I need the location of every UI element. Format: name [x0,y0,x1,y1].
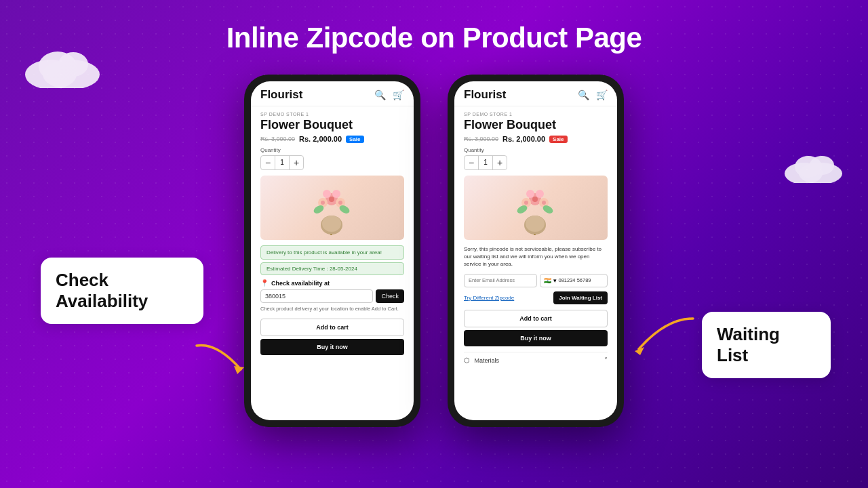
phone-1-qty-minus[interactable]: − [261,156,275,169]
check-availability-arrow [190,339,251,380]
svg-point-37 [542,201,546,205]
phone-1-store-label: SP DEMO STORE 1 [260,112,404,117]
chevron-down-icon: ˅ [604,357,608,364]
svg-point-19 [332,190,340,198]
svg-point-29 [526,216,545,232]
svg-point-35 [532,197,538,202]
phone-2-qty-minus[interactable]: − [465,156,478,169]
phone-2-join-waiting-button[interactable]: Join Waiting List [553,291,608,304]
phone-2-product-image [464,176,608,240]
phone-2-waiting-inputs: 🇮🇳 ▾ 081234 56789 [464,274,608,287]
svg-point-18 [323,190,331,198]
phone-2-qty-label: Quantity [464,147,608,153]
phone-2-price-original: Rs. 3,000.00 [464,136,498,142]
cart-icon-2[interactable]: 🛒 [596,89,608,100]
phone-1-zipcode-row: Check [260,289,404,303]
waiting-list-label: Waiting List [702,312,831,378]
materials-icon: ⬡ [464,357,470,364]
phone-1: Flourist 🔍 🛒 SP DEMO STORE 1 Flower Bouq… [244,75,420,427]
phone-2-header: Flourist 🔍 🛒 [454,81,617,106]
svg-point-21 [321,201,325,205]
phone-2-add-to-cart[interactable]: Add to cart [464,310,608,327]
phone-1-check-at-label: Check availability at [271,280,330,287]
flower-bouquet-image-2 [509,179,563,237]
phone-1-body: SP DEMO STORE 1 Flower Bouquet Rs. 3,000… [251,106,414,420]
phone-2-qty-control: − 1 + [464,155,507,170]
svg-point-3 [58,52,88,77]
phone-1-price-current: Rs. 2,000.00 [299,135,342,143]
phone-1-header: Flourist 🔍 🛒 [251,81,414,106]
search-icon[interactable]: 🔍 [374,89,386,100]
phone-2-store-name: Flourist [464,88,506,102]
svg-point-36 [524,201,528,205]
phone-2-store-label: SP DEMO STORE 1 [464,112,608,117]
phone-2-phone-number: 081234 56789 [559,277,591,283]
svg-marker-8 [234,366,244,374]
flag-icon-2: 🇮🇳 ▾ [544,277,557,284]
phone-1-qty-value: 1 [275,156,290,169]
cart-icon[interactable]: 🛒 [393,89,404,100]
phone-2-price-row: Rs. 3,000.00 Rs. 2,000.00 Sale [464,135,608,143]
phone-1-delivery-time: Estimated Delivery Time : 28-05-2024 [260,262,404,275]
phone-2: Flourist 🔍 🛒 SP DEMO STORE 1 Flower Bouq… [448,75,624,427]
phone-1-add-to-cart[interactable]: Add to cart [260,319,404,336]
phone-1-qty-control: − 1 + [260,155,304,170]
phone-2-qty-value: 1 [478,156,493,169]
phone-2-materials-row[interactable]: ⬡ Materials ˅ [464,352,608,368]
phone-1-qty-label: Quantity [260,147,404,153]
phone-2-try-different[interactable]: Try Different Zipcode [464,295,514,301]
phone-1-price-original: Rs. 3,000.00 [260,136,295,142]
phone-1-price-row: Rs. 3,000.00 Rs. 2,000.00 Sale [260,135,404,143]
phone-2-buy-now[interactable]: Buy it now [464,330,608,346]
phone-1-product-image [260,176,404,240]
svg-point-22 [338,201,342,205]
phone-2-sale-badge: Sale [549,136,567,143]
phone-1-icons: 🔍 🛒 [374,89,404,100]
pin-icon-1: 📍 [260,279,269,287]
svg-point-34 [536,190,544,198]
phone-2-screen: Flourist 🔍 🛒 SP DEMO STORE 1 Flower Bouq… [454,81,617,420]
phone-1-zipcode-input[interactable] [260,289,373,303]
phone-1-screen: Flourist 🔍 🛒 SP DEMO STORE 1 Flower Bouq… [251,81,414,420]
phone-1-check-button[interactable]: Check [376,289,404,303]
phone-1-buy-now[interactable]: Buy it now [260,339,404,355]
phone-2-email-input[interactable] [464,274,537,287]
phone-2-icons: 🔍 🛒 [578,89,608,100]
page-title: Inline Zipcode on Product Page [0,0,868,54]
waiting-list-arrow [625,312,700,366]
phone-1-qty-plus[interactable]: + [290,156,303,169]
phone-1-check-at-row: 📍 Check availability at [260,279,404,287]
phone-1-sale-badge: Sale [346,136,363,143]
phone-2-price-current: Rs. 2,000.00 [502,135,545,143]
phone-2-qty-plus[interactable]: + [493,156,507,169]
flower-bouquet-image-1 [305,179,359,237]
phone-1-product-title: Flower Bouquet [260,118,404,132]
svg-point-20 [329,197,334,202]
svg-point-14 [322,216,341,232]
phone-2-body: SP DEMO STORE 1 Flower Bouquet Rs. 3,000… [454,106,617,420]
phone-1-availability-msg: Delivery to this product is available in… [260,245,404,260]
phone-2-sorry-msg: Sorry, this pincode is not serviceable, … [464,245,608,268]
phone-2-materials-label: Materials [475,357,500,364]
search-icon-2[interactable]: 🔍 [578,89,589,100]
phone-2-phone-input-wrapper: 🇮🇳 ▾ 081234 56789 [540,274,608,287]
phone-2-product-title: Flower Bouquet [464,118,608,132]
svg-point-33 [526,190,534,198]
phone-1-delivery-note: Check product delivery at your location … [260,306,404,313]
check-availability-label: Check Availability [41,258,203,324]
phone-1-store-name: Flourist [260,88,302,102]
phone-2-waiting-actions: Try Different Zipcode Join Waiting List [464,291,608,304]
